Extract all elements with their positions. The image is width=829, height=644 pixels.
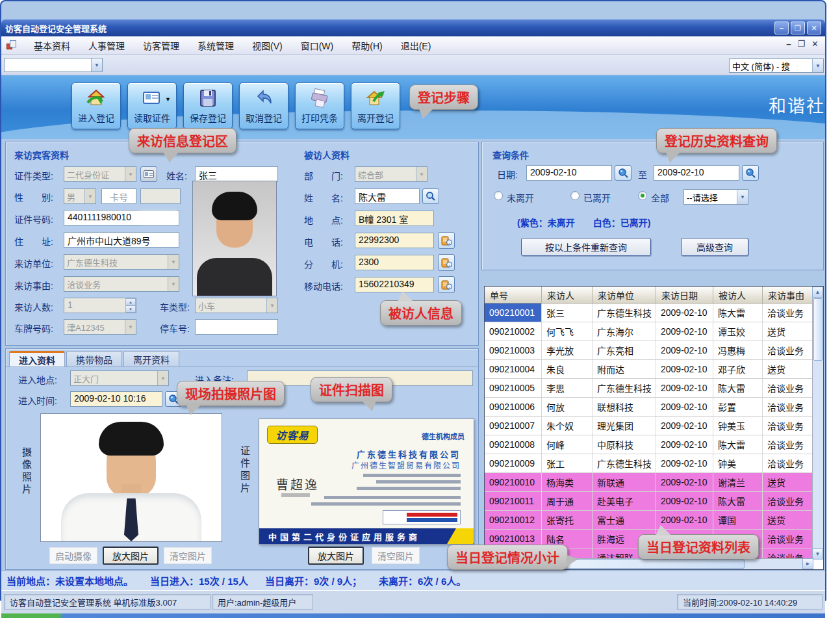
table-cell[interactable]: 谭玉姣 (713, 322, 763, 341)
table-cell[interactable]: 090210005 (485, 379, 542, 397)
language-combo[interactable]: 中文 (简体) - 搜 ▼ (729, 58, 824, 73)
table-cell[interactable]: 周于通 (542, 492, 593, 510)
table-cell[interactable]: 洽谈业务 (763, 303, 813, 322)
table-cell[interactable]: 090210002 (485, 322, 542, 341)
table-cell[interactable]: 朱个奴 (542, 417, 593, 435)
table-cell[interactable]: 090210003 (485, 341, 542, 359)
table-row[interactable]: 090210005李思广东德生科技2009-02-10陈大雷洽谈业务 (485, 379, 813, 398)
table-cell[interactable]: 洽谈业务 (763, 341, 813, 359)
restore-icon[interactable]: ❐ (791, 21, 805, 34)
visitor-name-field[interactable]: 张三 (195, 166, 278, 182)
table-cell[interactable]: 090210008 (485, 435, 542, 454)
table-cell[interactable]: 谭国 (713, 511, 763, 529)
table-cell[interactable]: 陈大雷 (713, 303, 763, 322)
leave-register-button[interactable]: 离开登记 (351, 83, 400, 129)
mobile-field[interactable]: 15602210349 (355, 277, 434, 292)
table-cell[interactable]: 洽谈业务 (763, 530, 813, 548)
vertical-scrollbar[interactable]: ▲ ▼ (812, 287, 823, 560)
table-cell[interactable]: 陈大雷 (713, 492, 763, 510)
phone-field[interactable]: 22992300 (355, 233, 434, 248)
visited-name-field[interactable]: 陈大雷 (355, 188, 420, 204)
table-cell[interactable]: 2009-02-10 (656, 492, 713, 510)
entry-time-field[interactable]: 2009-02-10 10:16 (70, 391, 162, 407)
table-cell[interactable]: 李思 (542, 379, 593, 397)
enter-register-button[interactable]: 进入登记 (71, 83, 121, 129)
table-cell[interactable]: 冯惠梅 (713, 341, 763, 359)
date-to-field[interactable]: 2009-02-10 (654, 165, 739, 181)
col-header-company[interactable]: 来访单位 (593, 287, 656, 303)
col-header-date[interactable]: 来访日期 (656, 287, 713, 303)
reason-combo[interactable]: 洽谈业务▼ (64, 276, 179, 292)
car-type-combo[interactable]: 小车▼ (195, 298, 278, 313)
table-cell[interactable]: 2009-02-10 (656, 417, 713, 435)
table-cell[interactable]: 何峰 (542, 435, 593, 454)
table-cell[interactable]: 洽谈业务 (763, 435, 813, 454)
table-cell[interactable]: 090210007 (485, 417, 542, 435)
save-register-button[interactable]: 保存登记 (183, 83, 233, 129)
table-row[interactable]: 090210003李光放广东亮相2009-02-10冯惠梅洽谈业务 (485, 341, 813, 360)
clear-scan-button[interactable]: 清空图片 (372, 547, 420, 564)
menu-system[interactable]: 系统管理 (188, 36, 243, 55)
table-cell[interactable]: 090210010 (485, 473, 542, 491)
gender-combo[interactable]: 男▼ (64, 188, 96, 204)
sms-phone-button[interactable] (438, 232, 455, 249)
table-cell[interactable]: 洽谈业务 (763, 398, 813, 416)
card-reader-button[interactable] (140, 166, 157, 182)
table-cell[interactable]: 090210011 (485, 492, 542, 510)
minimize-icon[interactable]: – (774, 21, 789, 34)
table-row[interactable]: 090210010杨海类新联通2009-02-10谢清兰送货 (485, 473, 813, 492)
spin-down-icon[interactable]: ▼ (125, 305, 136, 313)
menu-basic-data[interactable]: 基本资料 (25, 36, 79, 55)
spin-up-icon[interactable]: ▲ (125, 298, 136, 305)
table-cell[interactable]: 洽谈业务 (763, 417, 813, 435)
table-cell[interactable]: 谢清兰 (713, 473, 763, 491)
mdi-restore-icon[interactable]: ❐ (797, 39, 805, 49)
table-cell[interactable]: 理光集团 (593, 417, 656, 435)
scroll-right-icon[interactable]: ► (802, 558, 813, 569)
chevron-down-icon[interactable]: ▼ (91, 58, 102, 71)
table-cell[interactable]: 张工 (542, 454, 593, 472)
table-row[interactable]: 090210006何放联想科技2009-02-10彭置洽谈业务 (485, 398, 813, 417)
enlarge-scan-button[interactable]: 放大图片 (308, 547, 364, 565)
table-cell[interactable]: 陈大雷 (713, 379, 763, 397)
table-cell[interactable]: 张寄托 (542, 511, 593, 529)
table-cell[interactable]: 张三 (542, 303, 593, 322)
location-field[interactable]: B幢 2301 室 (355, 211, 434, 226)
table-cell[interactable]: 洽谈业务 (763, 492, 813, 510)
enlarge-camera-photo-button[interactable]: 放大图片 (103, 547, 159, 565)
table-cell[interactable]: 李光放 (542, 341, 593, 359)
cert-type-combo[interactable]: 二代身份证▼ (64, 166, 136, 182)
col-header-reason[interactable]: 来访事由 (763, 287, 813, 303)
table-cell[interactable]: 广东亮相 (593, 341, 656, 359)
vscroll-thumb[interactable] (813, 298, 823, 361)
table-cell[interactable]: 送货 (763, 473, 813, 491)
table-cell[interactable]: 联想科技 (593, 398, 656, 416)
table-row[interactable]: 090210008何峰中原科技2009-02-10陈大雷洽谈业务 (485, 435, 813, 454)
read-card-button[interactable]: ▼ 读取证件 (127, 83, 177, 129)
table-cell[interactable]: 2009-02-10 (656, 303, 713, 322)
tab-entry-info[interactable]: 进入资料 (9, 351, 65, 367)
menu-exit[interactable]: 退出(E) (392, 36, 440, 55)
table-row[interactable]: 090210007朱个奴理光集团2009-02-10钟美玉洽谈业务 (485, 417, 813, 435)
clear-camera-photo-button[interactable]: 清空图片 (164, 547, 212, 564)
table-row[interactable]: 090210011周于通赴美电子2009-02-10陈大雷洽谈业务 (485, 492, 813, 511)
table-cell[interactable]: 洽谈业务 (763, 379, 813, 397)
table-cell[interactable]: 附而达 (593, 360, 656, 378)
table-cell[interactable]: 090210001 (485, 303, 542, 322)
scroll-down-icon[interactable]: ▼ (812, 548, 823, 560)
table-cell[interactable]: 090210004 (485, 360, 542, 378)
table-cell[interactable]: 2009-02-10 (656, 341, 713, 359)
date-to-picker-button[interactable] (742, 165, 759, 181)
sms-ext-button[interactable] (438, 254, 455, 271)
advanced-query-button[interactable]: 高级查询 (681, 238, 748, 256)
menu-hr[interactable]: 人事管理 (79, 36, 134, 55)
table-row[interactable]: 090210002何飞飞广东海尔2009-02-10谭玉姣送货 (485, 322, 813, 341)
query-filter-combo[interactable]: --请选择▼ (683, 189, 748, 205)
table-cell[interactable]: 赴美电子 (593, 492, 656, 510)
col-header-id[interactable]: 单号 (485, 287, 542, 303)
count-stepper[interactable]: ▲ ▼ (125, 298, 136, 313)
table-cell[interactable]: 2009-02-10 (656, 398, 713, 416)
table-cell[interactable]: 2009-02-10 (656, 360, 713, 378)
table-cell[interactable]: 朱良 (542, 360, 593, 378)
table-cell[interactable]: 2009-02-10 (656, 322, 713, 341)
